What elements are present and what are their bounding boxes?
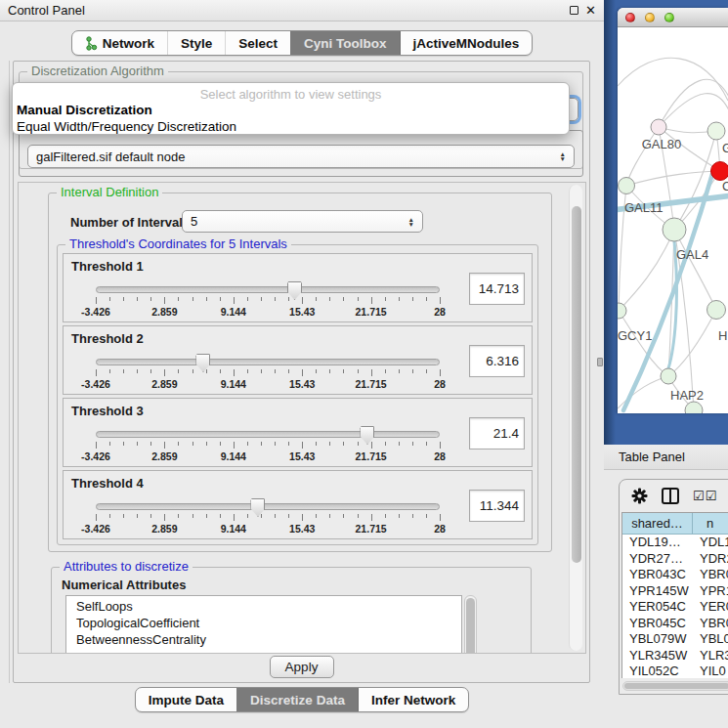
tab-label: Impute Data bbox=[149, 693, 224, 707]
group-title: Attributes to discretize bbox=[60, 559, 193, 574]
cell-name[interactable]: YDR2 bbox=[693, 551, 728, 568]
attribute-list-item[interactable]: TopologicalCoefficient bbox=[76, 615, 461, 631]
threshold-3-value-field[interactable]: 21.4 bbox=[469, 417, 525, 450]
threshold-1-value-field[interactable]: 14.713 bbox=[469, 273, 525, 305]
checkboxes-icon[interactable]: ☑☑ bbox=[693, 489, 717, 503]
tab-style[interactable]: Style bbox=[167, 31, 225, 55]
network-node[interactable] bbox=[711, 162, 728, 181]
algorithm-hint: Select algorithm to view settings bbox=[13, 83, 569, 102]
close-icon[interactable]: ✕ bbox=[585, 4, 596, 17]
table-data-combobox[interactable]: galFiltered.sif default node ▲▼ bbox=[27, 145, 575, 168]
algorithm-option-equal-width[interactable]: Equal Width/Frequency Discretization bbox=[13, 118, 569, 135]
interval-definition-group: Interval Definition Number of Intervals … bbox=[48, 193, 552, 552]
scrollbar-thumb[interactable] bbox=[624, 683, 728, 689]
settings-scrollbar[interactable] bbox=[569, 185, 582, 651]
threshold-4-slider[interactable] bbox=[96, 503, 440, 510]
attribute-list-item[interactable]: SelfLoops bbox=[76, 598, 461, 615]
network-node[interactable] bbox=[707, 301, 726, 320]
cell-shared-name[interactable]: YPR145W bbox=[622, 583, 693, 600]
network-node[interactable] bbox=[663, 218, 686, 241]
float-window-icon[interactable] bbox=[570, 6, 578, 15]
cell-name[interactable]: YLR3 bbox=[693, 648, 728, 664]
scrollbar-thumb[interactable] bbox=[572, 206, 581, 563]
tick-label: 28 bbox=[434, 306, 446, 318]
tab-discretize-data[interactable]: Discretize Data bbox=[236, 688, 358, 711]
table-row[interactable]: YIL052CYIL0 bbox=[622, 664, 728, 678]
group-title: Discretization Algorithm bbox=[27, 64, 168, 78]
node-attribute-table[interactable]: shared… n YDL19…YDL1YDR27…YDR2YBR043CYBR… bbox=[621, 512, 728, 678]
control-panel: Control Panel ✕ Network Style Select Cyn… bbox=[0, 0, 604, 728]
slider-tick-labels: -3.4262.8599.14415.4321.71528 bbox=[96, 378, 440, 390]
minimize-traffic-light-icon[interactable] bbox=[645, 13, 655, 22]
split-pane-handle[interactable] bbox=[597, 358, 603, 366]
table-row[interactable]: YDR27…YDR2 bbox=[622, 551, 728, 568]
tick-label: -3.426 bbox=[81, 523, 110, 535]
network-node[interactable] bbox=[707, 122, 725, 140]
table-row[interactable]: YER054CYER0 bbox=[622, 599, 728, 616]
control-panel-titlebar: Control Panel ✕ bbox=[0, 0, 604, 21]
slider-tick-labels: -3.4262.8599.14415.4321.71528 bbox=[96, 306, 440, 318]
tab-cyni-toolbox[interactable]: Cyni Toolbox bbox=[290, 31, 400, 55]
tab-infer-network[interactable]: Infer Network bbox=[358, 688, 468, 711]
network-desktop-background: GAL80GACGAL11GAL4GCY1HHAP2 bbox=[604, 0, 728, 445]
attributes-list-scrollbar[interactable] bbox=[464, 595, 477, 654]
tab-impute-data[interactable]: Impute Data bbox=[136, 688, 236, 711]
tab-network[interactable]: Network bbox=[72, 31, 167, 55]
table-row[interactable]: YBL079WYBL0 bbox=[622, 631, 728, 648]
table-row[interactable]: YBR043CYBR0 bbox=[622, 567, 728, 583]
tick-label: 2.859 bbox=[151, 378, 177, 390]
slider-ticks bbox=[96, 442, 440, 450]
apply-button[interactable]: Apply bbox=[270, 656, 334, 678]
network-window: GAL80GACGAL11GAL4GCY1HHAP2 bbox=[618, 8, 728, 413]
threshold-coordinates-group: Threshold's Coordinates for 5 Intervals … bbox=[57, 244, 538, 545]
network-node[interactable] bbox=[651, 119, 666, 135]
table-row[interactable]: YDL19…YDL1 bbox=[622, 535, 728, 551]
algorithm-option-manual[interactable]: Manual Discretization bbox=[13, 102, 569, 118]
tab-jactivemnodules[interactable]: jActiveMNodules bbox=[400, 31, 533, 55]
column-header-name[interactable]: n bbox=[693, 513, 728, 535]
threshold-2-slider[interactable] bbox=[96, 359, 440, 365]
number-of-intervals-combobox[interactable]: 5 ▲▼ bbox=[182, 210, 423, 233]
zoom-traffic-light-icon[interactable] bbox=[664, 13, 674, 22]
cell-name[interactable]: YBL0 bbox=[693, 631, 728, 648]
attribute-list-item[interactable]: BetweennessCentrality bbox=[76, 631, 461, 648]
cell-shared-name[interactable]: YBR045C bbox=[622, 616, 693, 632]
cell-name[interactable]: YPR1 bbox=[693, 583, 728, 600]
table-row[interactable]: YBR045CYBR0 bbox=[622, 616, 728, 632]
table-horizontal-scrollbar[interactable] bbox=[622, 681, 728, 691]
close-traffic-light-icon[interactable] bbox=[625, 13, 635, 22]
threshold-3-panel: Threshold 3 -3.4262.8599.14415.4321.7152… bbox=[63, 398, 533, 467]
tick-label: 9.144 bbox=[221, 306, 246, 318]
cell-name[interactable]: YBR0 bbox=[693, 616, 728, 632]
tab-select[interactable]: Select bbox=[225, 31, 290, 55]
threshold-2-value-field[interactable]: 6.316 bbox=[469, 345, 525, 377]
cell-name[interactable]: YER0 bbox=[693, 599, 728, 616]
network-node[interactable] bbox=[661, 368, 676, 384]
cell-shared-name[interactable]: YBL079W bbox=[622, 631, 693, 648]
column-header-shared-name[interactable]: shared… bbox=[622, 513, 693, 535]
cell-shared-name[interactable]: YDR27… bbox=[622, 551, 693, 568]
network-node[interactable] bbox=[618, 303, 626, 319]
cell-name[interactable]: YIL0 bbox=[693, 664, 728, 678]
cell-name[interactable]: YDL1 bbox=[693, 535, 728, 551]
attributes-list[interactable]: SelfLoopsTopologicalCoefficientBetweenne… bbox=[65, 595, 462, 654]
cell-shared-name[interactable]: YDL19… bbox=[622, 535, 693, 551]
gear-icon[interactable] bbox=[631, 488, 648, 504]
cell-shared-name[interactable]: YER054C bbox=[622, 599, 693, 616]
cell-shared-name[interactable]: YLR345W bbox=[622, 648, 693, 664]
tick-label: 2.859 bbox=[151, 450, 177, 462]
table-panel-title: Table Panel bbox=[619, 450, 685, 464]
network-node[interactable] bbox=[619, 178, 635, 194]
threshold-3-slider[interactable] bbox=[96, 431, 440, 438]
cell-shared-name[interactable]: YIL052C bbox=[622, 664, 693, 678]
threshold-4-value-field[interactable]: 11.344 bbox=[469, 490, 525, 522]
network-canvas[interactable]: GAL80GACGAL11GAL4GCY1HHAP2 bbox=[618, 27, 728, 413]
cell-shared-name[interactable]: YBR043C bbox=[622, 567, 693, 583]
table-row[interactable]: YPR145WYPR1 bbox=[622, 583, 728, 600]
cell-name[interactable]: YBR0 bbox=[693, 567, 728, 583]
tick-label: 15.43 bbox=[289, 523, 315, 535]
threshold-1-slider[interactable] bbox=[96, 286, 440, 293]
columns-icon[interactable] bbox=[662, 488, 679, 504]
table-row[interactable]: YLR345WYLR3 bbox=[622, 648, 728, 664]
slider-ticks bbox=[96, 514, 440, 522]
